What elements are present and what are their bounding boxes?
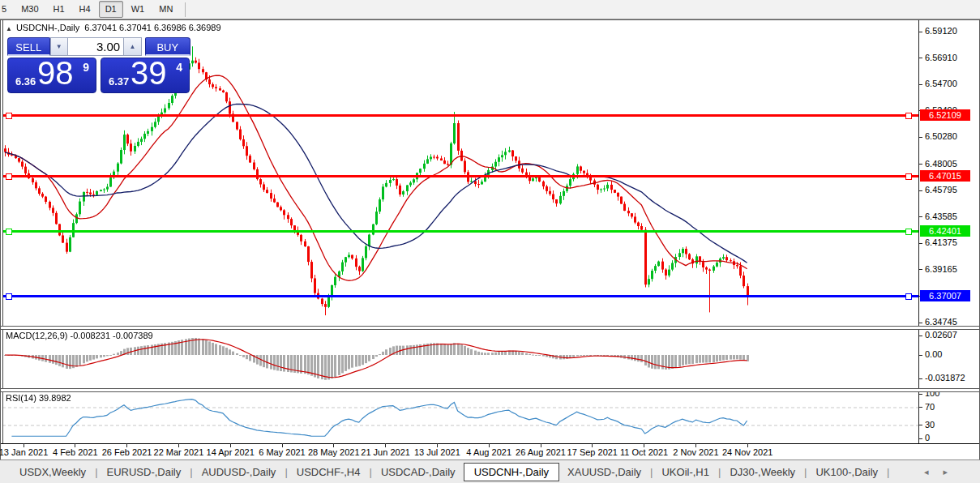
timeframe-button-5[interactable]: 5	[0, 1, 13, 18]
panel-splitter[interactable]	[1, 388, 979, 392]
panel-splitter[interactable]	[1, 326, 979, 330]
sr-price-tag: 6.42401	[920, 225, 970, 237]
tab-eurusd[interactable]: EURUSD-,Daily	[99, 464, 190, 481]
price-axis-tick	[918, 269, 922, 270]
price-axis-label: 6.56910	[925, 53, 957, 62]
price-axis-label: 6.43585	[925, 212, 957, 221]
volume-increase-button[interactable]: ▲	[123, 37, 141, 56]
rsi-axis-tick	[918, 438, 922, 439]
price-axis-tick	[918, 216, 922, 217]
sr-line-handle[interactable]	[905, 173, 912, 180]
buy-price-prefix: 6.37	[109, 75, 129, 88]
sr-line-handle[interactable]	[6, 229, 12, 235]
sr-line-handle[interactable]	[905, 229, 912, 235]
price-axis-tick	[918, 243, 922, 244]
timeframe-button-m30[interactable]: M30	[15, 1, 45, 18]
tab-ukoil[interactable]: UKOil-,H1	[653, 464, 717, 481]
trading-terminal: 5M30H1H4D1W1MN ▲USDCNH-,Daily 6.37041 6.…	[0, 0, 980, 483]
price-axis-tick	[918, 164, 922, 165]
tab-usdchf[interactable]: USDCHF-,H4	[289, 464, 369, 481]
timeframe-button-h1[interactable]: H1	[47, 1, 71, 18]
sr-price-tag: 6.52109	[920, 109, 970, 121]
chart-title: ▲USDCNH-,Daily 6.37041 6.37041 6.36986 6…	[6, 23, 221, 32]
macd-axis-label: -0.031872	[925, 373, 965, 383]
one-click-trade-widget: SELL ▼ 3.00 ▲ BUY 6.36 98 9 6.37 39 4	[7, 37, 190, 93]
sr-line-handle[interactable]	[905, 113, 912, 119]
date-axis-label: 11 Oct 2021	[620, 447, 668, 457]
tab-audusd[interactable]: AUDUSD-,Daily	[194, 464, 285, 481]
tab-scroll-right-icon[interactable]: ▸	[943, 467, 962, 477]
sell-button[interactable]: SELL	[7, 37, 50, 56]
date-axis-label: 24 Nov 2021	[722, 447, 772, 457]
macd-axis-tick	[918, 336, 922, 336]
chart-tab-bar: USDX,Weekly|EURUSD-,Daily|AUDUSD-,Daily|…	[0, 459, 980, 483]
date-axis-label: 13 Jan 2021	[0, 447, 48, 457]
price-axis-tick	[918, 32, 922, 32]
volume-decrease-button[interactable]: ▼	[50, 37, 68, 56]
sell-price-sup: 9	[83, 61, 89, 74]
sell-price-prefix: 6.36	[15, 75, 36, 88]
date-axis-label: 4 Feb 2021	[53, 447, 98, 457]
sr-line-6.42401[interactable]	[3, 230, 918, 233]
macd-label: MACD(12,26,9) -0.008231 -0.007389	[6, 331, 153, 340]
sr-price-tag: 6.47015	[920, 170, 970, 182]
tab-usdx[interactable]: USDX,Weekly	[11, 464, 94, 481]
buy-button[interactable]: BUY	[145, 37, 190, 56]
rsi-axis-label: 70	[925, 402, 935, 412]
timeframe-button-h4[interactable]: H4	[73, 1, 97, 18]
sr-line-handle[interactable]	[6, 173, 12, 180]
date-axis-label: 6 May 2021	[259, 447, 305, 457]
tab-separator: |	[886, 466, 890, 478]
rsi-axis-label: 0	[925, 433, 930, 442]
tab-dj30[interactable]: DJ30-,Weekly	[721, 464, 803, 481]
sell-price-panel[interactable]: 6.36 98 9	[7, 58, 96, 93]
sr-line-handle[interactable]	[6, 113, 12, 119]
timeframe-toolbar: 5M30H1H4D1W1MN	[0, 0, 980, 19]
macd-axis-label: 0.02607	[925, 330, 957, 340]
price-axis-label: 6.48005	[925, 159, 957, 169]
rsi-indicator-canvas[interactable]	[2, 391, 918, 443]
sr-line-handle[interactable]	[6, 293, 12, 300]
price-axis-label: 6.54700	[925, 79, 957, 88]
macd-axis-label: 0.00	[925, 349, 942, 359]
timeframe-button-w1[interactable]: W1	[125, 1, 152, 18]
macd-axis-tick	[918, 378, 922, 379]
date-axis-label: 17 Sep 2021	[567, 447, 618, 457]
price-axis-label: 6.41375	[925, 237, 957, 247]
date-axis-label: 2 Nov 2021	[673, 447, 718, 457]
price-axis-tick	[918, 190, 922, 191]
rsi-axis-tick	[918, 425, 922, 425]
date-axis-label: 13 Jul 2021	[414, 447, 460, 457]
tab-scroll-arrows: ◂▸	[924, 467, 962, 477]
sr-line-6.52109[interactable]	[3, 114, 918, 117]
plot-bottom-border	[1, 443, 979, 444]
sr-line-6.47015[interactable]	[3, 175, 918, 177]
price-axis-tick	[918, 58, 922, 58]
buy-price-panel[interactable]: 6.37 39 4	[101, 58, 190, 93]
price-axis-tick	[918, 137, 922, 138]
buy-price-big: 39	[131, 55, 167, 92]
price-axis-label: 6.45795	[925, 185, 957, 194]
buy-price-sup: 4	[176, 61, 182, 74]
sr-line-handle[interactable]	[905, 293, 912, 300]
timeframe-button-mn[interactable]: MN	[152, 1, 179, 18]
tab-usdcad[interactable]: USDCAD-,Daily	[373, 464, 464, 481]
rsi-axis-tick	[918, 407, 922, 408]
tab-usdcnh[interactable]: USDCNH-,Daily	[464, 463, 559, 481]
timeframe-button-d1[interactable]: D1	[99, 1, 123, 18]
sr-line-6.37007[interactable]	[3, 295, 918, 297]
rsi-axis-label: 30	[925, 420, 935, 430]
volume-input[interactable]: 3.00	[68, 37, 123, 56]
price-axis-label: 6.59120	[925, 26, 957, 36]
date-axis-label: 26 Aug 2021	[516, 447, 566, 457]
tab-xauusd[interactable]: XAUUSD-,Daily	[559, 464, 649, 481]
date-axis-label: 4 Aug 2021	[466, 447, 511, 457]
date-axis-label: 14 Apr 2021	[207, 447, 255, 457]
macd-axis-tick	[918, 355, 922, 356]
date-axis-label: 26 Feb 2021	[102, 447, 152, 457]
price-axis-tick	[918, 323, 922, 323]
rsi-label: RSI(14) 39.8982	[6, 393, 71, 403]
tab-scroll-left-icon[interactable]: ◂	[924, 467, 944, 477]
tab-uk100[interactable]: UK100-,Daily	[807, 464, 886, 481]
collapse-arrow-icon[interactable]: ▲	[6, 25, 12, 32]
